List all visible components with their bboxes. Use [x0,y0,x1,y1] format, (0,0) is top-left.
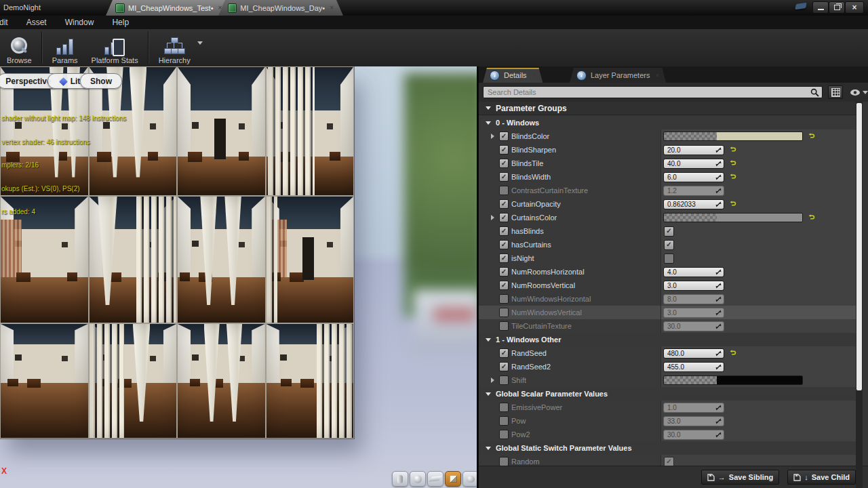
value-field[interactable]: 0.862033 [663,199,724,209]
param-row-shift[interactable]: Shift [479,373,863,387]
override-checkbox[interactable]: ✓ [499,131,509,141]
doc-tab-mi-cheapwindows-test[interactable]: MI_CheapWindows_Test• × [106,0,239,16]
param-row-blindswidth[interactable]: ✓BlindsWidth6.0 [479,170,863,184]
collapse-arrow-icon[interactable] [486,447,491,450]
value-field[interactable]: 480.0 [663,348,724,359]
minimize-button[interactable] [812,1,829,14]
value-field[interactable]: 30.0 [663,321,724,331]
value-checkbox[interactable] [664,253,674,264]
tab-details[interactable]: i Details × [483,68,542,83]
param-row-blindstile[interactable]: ✓BlindsTile40.0 [479,157,863,170]
value-checkbox[interactable]: ✓ [664,226,674,237]
override-checkbox[interactable]: ✓ [499,362,509,371]
color-swatch[interactable] [663,375,803,385]
expand-arrow-icon[interactable] [491,378,494,383]
reset-to-default-icon[interactable] [729,174,736,181]
override-checkbox[interactable]: ✓ [499,267,509,277]
collapse-arrow-icon[interactable] [486,121,491,125]
menu-help[interactable]: Help [112,18,129,27]
save-child-button[interactable]: ↓ Save Child [787,470,856,485]
param-row-numroomshorizontal[interactable]: ✓NumRoomsHorizontal4.0 [479,265,863,279]
value-checkbox[interactable]: ✓ [664,240,674,250]
param-row-numroomsvertical[interactable]: ✓NumRoomsVertical3.0 [479,279,863,292]
expand-arrow-icon[interactable] [491,215,494,220]
override-checkbox[interactable]: ✓ [499,240,509,249]
params-button[interactable]: Params [45,29,85,66]
custom-mesh-preview-button[interactable] [462,471,477,487]
value-field[interactable]: 455.0 [663,362,724,372]
value-field[interactable]: 30.0 [663,430,724,440]
value-field[interactable]: 3.0 [663,281,724,291]
param-row-emissivepower[interactable]: EmissivePower1.0 [479,401,863,414]
override-checkbox[interactable]: ✓ [499,159,509,168]
scrollbar-thumb[interactable] [856,103,862,390]
search-details-field[interactable] [483,86,823,98]
param-row-tilecurtaintexture[interactable]: TileCurtainTexture30.0 [479,319,863,333]
expand-arrow-icon[interactable] [491,134,494,139]
tab-layer-parameters[interactable]: i Layer Parameters × [570,68,666,83]
group-row-1-windows-other[interactable]: 1 - Windows Other [479,333,863,346]
close-icon[interactable]: × [532,72,536,79]
reset-to-default-icon[interactable] [808,214,815,222]
value-field[interactable]: 1.0 [663,403,724,413]
override-checkbox[interactable]: ✓ [499,281,509,290]
property-matrix-button[interactable] [828,85,843,99]
reset-to-default-icon[interactable] [729,350,736,357]
value-field[interactable]: 4.0 [663,267,724,277]
value-field[interactable]: 1.2 [663,186,724,196]
browse-button[interactable]: Browse [0,29,39,66]
group-row-global-static-switch-parameter-values[interactable]: Global Static Switch Parameter Values [479,441,863,455]
override-checkbox[interactable]: ✓ [499,213,509,222]
doc-tab-mi-cheapwindows-day[interactable]: MI_CheapWindows_Day• × [218,0,343,16]
collapse-arrow-icon[interactable] [486,392,491,396]
override-checkbox[interactable]: ✓ [499,348,509,358]
param-row-numwindowsvertical[interactable]: NumWindowsVertical3.0 [479,306,863,319]
color-swatch[interactable] [663,213,803,222]
sphere-preview-button[interactable] [410,471,426,487]
menu-window[interactable]: Window [65,18,94,27]
chevron-down-icon[interactable] [197,41,203,45]
param-row-pow2[interactable]: Pow230.0 [479,428,863,441]
value-field[interactable]: 3.0 [663,308,724,318]
value-field[interactable]: 20.0 [663,145,724,155]
value-field[interactable]: 40.0 [663,159,724,169]
plane-preview-button[interactable] [427,471,443,487]
color-swatch[interactable] [663,131,803,141]
value-field[interactable]: 33.0 [663,416,724,426]
param-row-curtainopacity[interactable]: ✓CurtainOpacity0.862033 [479,197,863,211]
menu-asset[interactable]: Asset [26,18,47,27]
override-checkbox[interactable] [499,375,509,385]
view-options-button[interactable] [850,89,868,96]
preview-viewport[interactable]: Perspective Lit Show shader without ligh… [0,66,477,488]
override-checkbox[interactable]: ✓ [499,199,509,209]
param-row-isnight[interactable]: ✓isNight [479,251,863,265]
hierarchy-button[interactable]: Hierarchy [152,29,197,66]
show-button[interactable]: Show [80,73,122,89]
close-icon[interactable]: × [655,72,659,79]
group-row-0-windows[interactable]: 0 - Windows [479,116,863,129]
value-field[interactable]: 8.0 [663,294,724,304]
param-row-hasblinds[interactable]: ✓hasBlinds✓ [479,224,863,238]
cube-preview-button[interactable] [445,471,461,487]
reset-to-default-icon[interactable] [808,133,815,140]
save-sibling-button[interactable]: → Save Sibling [701,470,779,485]
param-row-numwindowshorizontal[interactable]: NumWindowsHorizontal8.0 [479,292,863,306]
override-checkbox[interactable] [499,403,509,412]
override-checkbox[interactable]: ✓ [499,253,509,263]
param-row-hascurtains[interactable]: ✓hasCurtains✓ [479,238,863,251]
override-checkbox[interactable] [499,416,509,426]
override-checkbox[interactable]: ✓ [499,226,509,236]
cylinder-preview-button[interactable] [392,471,408,487]
close-button[interactable]: × [845,1,864,14]
parameter-groups-header[interactable]: Parameter Groups [479,102,863,115]
override-checkbox[interactable] [499,457,509,466]
group-row-global-scalar-parameter-values[interactable]: Global Scalar Parameter Values [479,387,863,401]
collapse-arrow-icon[interactable] [486,338,491,342]
override-checkbox[interactable] [499,321,509,331]
reset-to-default-icon[interactable] [729,160,736,167]
override-checkbox[interactable] [499,294,509,304]
param-row-randseed[interactable]: ✓RandSeed480.0 [479,346,863,360]
override-checkbox[interactable] [499,430,509,439]
param-row-blindsharpen[interactable]: ✓BlindSharpen20.0 [479,143,863,157]
param-row-curtainscolor[interactable]: ✓CurtainsColor [479,211,863,224]
